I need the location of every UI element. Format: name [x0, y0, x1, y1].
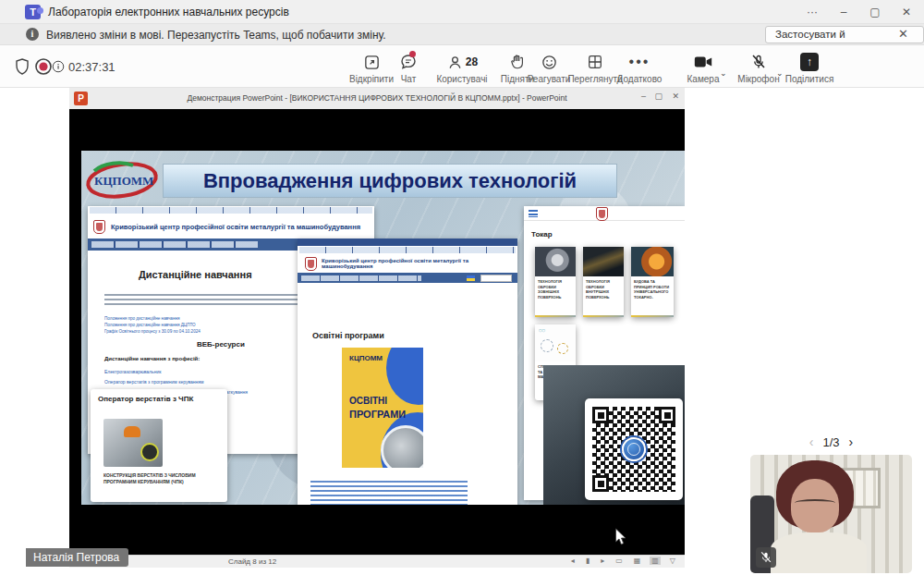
- shared-screen-powerpoint: P Демонстрация PowerPoint - [ВИКОРИСТАНН…: [69, 88, 685, 568]
- ppt-view-normal-icon[interactable]: ▭: [614, 557, 625, 565]
- participants-sidebar: 1 2 ‹ 1/3 ›: [747, 88, 924, 575]
- doc-link[interactable]: Положення про дистанційне навчання ДЦПТО: [104, 322, 201, 328]
- profession-link[interactable]: Електрогазозварювальник: [104, 367, 248, 377]
- more-dots-icon: •••: [612, 52, 667, 72]
- site1-header-title: Криворізький центр професійної освіти ме…: [111, 223, 360, 231]
- site2-topnav-placeholder: [299, 247, 516, 253]
- view-grid-icon: [587, 54, 603, 70]
- title-bar: T Лабораторія електронних навчальних рес…: [0, 0, 924, 24]
- window-maximize-button[interactable]: ▢: [859, 0, 891, 24]
- ppt-status-bar: Слайд 8 из 12 ◂ ▮ ▸ ▭ ▦ ▥ ▽: [69, 555, 685, 568]
- site1-topnav-placeholder: [90, 207, 372, 214]
- mic-off-icon: [756, 547, 776, 568]
- doc-link[interactable]: Графік Освітнього процесу з 30.09 по 04.…: [104, 328, 201, 335]
- site2-header-title: Криворізький центр професійної освіти ме…: [322, 258, 510, 269]
- notification-close-icon[interactable]: ✕: [898, 27, 908, 41]
- cnc-card-title: Оператор верстатів з ЧПК: [91, 389, 227, 405]
- qr-finder: [659, 407, 675, 423]
- window-close-button[interactable]: ✕: [891, 0, 922, 24]
- program-card-brand: КЦПОММ: [349, 354, 383, 362]
- site3-page-heading: Токар: [531, 230, 553, 239]
- qr-finder: [592, 475, 609, 492]
- site2-screenshot: Криворізький центр професійної освіти ме…: [298, 239, 517, 505]
- participants-button[interactable]: 28 Користувачі: [430, 52, 494, 84]
- info-icon: i: [26, 28, 39, 41]
- qr-globe-icon: [622, 437, 646, 461]
- ppt-slide-counter: Слайд 8 из 12: [228, 557, 276, 566]
- course-title: ТЕХНОЛОГІЯ ОБРОБКИ ВНУТРІШНІХ ПОВЕРХОНЬ: [583, 276, 624, 302]
- site1-doc-links: Положення про дистанційне навчання Полож…: [104, 315, 201, 335]
- mouse-cursor: [614, 528, 627, 546]
- qr-finder: [592, 407, 609, 423]
- camera-chevron-icon[interactable]: ⌄: [720, 68, 727, 78]
- course-card: ТЕХНОЛОГІЯ ОБРОБКИ ЗОВНІШНІХ ПОВЕРХОНЬ: [535, 247, 576, 317]
- site2-search-input[interactable]: [480, 275, 512, 282]
- window-minimize-button[interactable]: –: [828, 0, 859, 24]
- site2-navbar: [298, 273, 517, 283]
- chat-button[interactable]: Чат: [390, 52, 427, 84]
- page-prev-icon[interactable]: ‹: [809, 434, 814, 449]
- teams-meeting-window: T Лабораторія електронних навчальних рес…: [0, 0, 924, 575]
- slide-title-banner: Впровадження цифрових технологій: [163, 164, 617, 198]
- qr-card: [585, 398, 683, 500]
- page-next-icon[interactable]: ›: [849, 434, 854, 449]
- program-card-line2: ПРОГРАМИ: [349, 409, 406, 420]
- meeting-info-icon[interactable]: [52, 60, 65, 73]
- slide-title: Впровадження цифрових технологій: [203, 169, 577, 193]
- ppt-view-reading-icon[interactable]: ▥: [650, 557, 661, 565]
- teams-logo-icon: T: [25, 5, 41, 19]
- ppt-title-bar: P Демонстрация PowerPoint - [ВИКОРИСТАНН…: [69, 88, 685, 109]
- chat-unread-dot: [409, 51, 416, 57]
- slide: КЦПОММ Впровадження цифрових технологій …: [81, 151, 685, 505]
- program-card: КЦПОММ ОСВІТНІ ПРОГРАМИ: [342, 348, 423, 468]
- unpin-button[interactable]: Відкріпити: [347, 52, 395, 84]
- course-card: ТЕХНОЛОГІЯ ОБРОБКИ ВНУТРІШНІХ ПОВЕРХОНЬ: [583, 247, 624, 317]
- site1-web-heading: ВЕБ-ресурси: [197, 340, 245, 349]
- site1-sub-heading: Дистанційне навчання з професій:: [104, 356, 200, 361]
- course-card: БУДОВА ТА ПРИНЦИП РОБОТИ УНІВЕРСАЛЬНОГО …: [631, 247, 674, 317]
- site3-menu-icon[interactable]: [529, 210, 538, 217]
- unpin-icon: [363, 54, 381, 71]
- ppt-minimize-button[interactable]: –: [641, 92, 646, 101]
- doc-link[interactable]: Положення про дистанційне навчання: [104, 315, 201, 322]
- course-title: ТЕХНОЛОГІЯ ОБРОБКИ ЗОВНІШНІХ ПОВЕРХОНЬ: [535, 276, 576, 302]
- camera-button[interactable]: Камера ⌄: [677, 52, 729, 84]
- window-more-button[interactable]: ···: [796, 0, 828, 24]
- mic-button[interactable]: Мікрофон ⌄: [732, 52, 785, 84]
- ppt-prev-icon[interactable]: ◂: [569, 557, 577, 565]
- share-screen-icon: ↑: [800, 53, 819, 71]
- tiles-pagination: ‹ 1/3 ›: [750, 433, 912, 451]
- site1-page-heading: Дистанційне навчання: [139, 269, 252, 280]
- ppt-view-slideshow-icon[interactable]: ▽: [668, 557, 677, 565]
- notification-text: Виявлено зміни в мові. Перезапустіть Tea…: [46, 29, 386, 42]
- ppt-view-sorter-icon[interactable]: ▦: [632, 557, 643, 565]
- ppt-close-button[interactable]: ✕: [672, 92, 679, 101]
- shield-icon: [13, 57, 31, 76]
- site1-nav-items-placeholder: [91, 241, 258, 248]
- participants-count: 28: [466, 55, 478, 68]
- more-options-button[interactable]: ••• Додатково: [612, 52, 667, 84]
- site1-crest-icon: [93, 220, 105, 234]
- ppt-pen-icon[interactable]: ▮: [584, 557, 591, 565]
- ppt-window-title: Демонстрация PowerPoint - [ВИКОРИСТАННЯ …: [69, 93, 685, 103]
- profession-link[interactable]: Оператор верстатів з програмним керуванн…: [104, 377, 248, 387]
- ppt-maximize-button[interactable]: ▢: [654, 92, 663, 101]
- site2-flag-icon: [467, 275, 475, 281]
- meeting-toolbar: 02:37:31 Відкріпити Чат 28 Користувачі П…: [0, 45, 924, 88]
- recording-icon: [34, 57, 53, 76]
- meeting-timer: 02:37:31: [68, 60, 116, 74]
- spotlight-participant-video[interactable]: [750, 455, 912, 573]
- ppt-next-icon[interactable]: ▸: [599, 557, 606, 565]
- notification-bar: i Виявлено зміни в мові. Перезапустіть T…: [0, 24, 924, 45]
- site2-crest-icon: [305, 257, 317, 271]
- course-photo: [535, 247, 576, 276]
- course-title: БУДОВА ТА ПРИНЦИП РОБОТИ УНІВЕРСАЛЬНОГО …: [631, 276, 674, 302]
- share-button[interactable]: ↑ Поділитися: [782, 52, 837, 84]
- course-diagram: ⬡⬡: [535, 324, 576, 361]
- page-indicator: 1/3: [822, 435, 839, 449]
- site2-page-heading: Освітні програми: [312, 331, 384, 340]
- cnc-operator-card: Оператор верстатів з ЧПК КОНСТРУКЦІЯ ВЕР…: [91, 389, 227, 502]
- people-icon: [446, 54, 464, 71]
- cnc-card-caption: КОНСТРУКЦІЯ ВЕРСТАТІВ З ЧИСЛОВИМ ПРОГРАМ…: [103, 472, 214, 485]
- cnc-card-photo: [103, 419, 163, 467]
